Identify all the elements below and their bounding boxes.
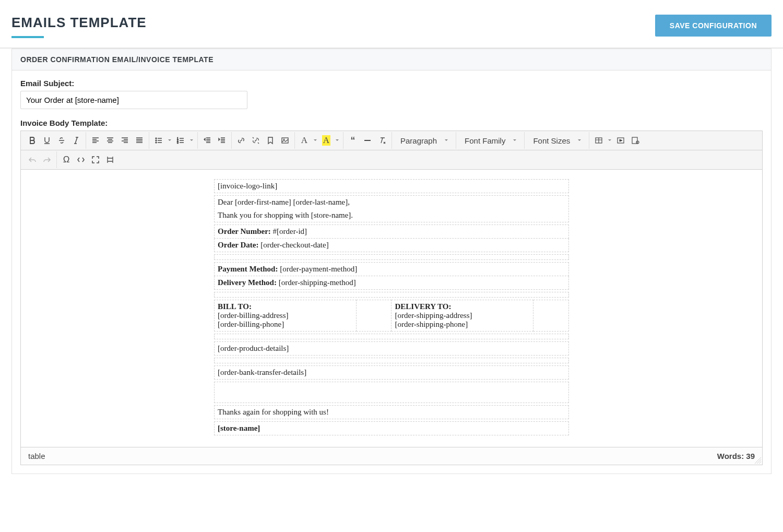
delivery-to-cell[interactable]: DELIVERY TO: [order-shipping-address] [o… bbox=[392, 300, 533, 332]
fullscreen-button[interactable] bbox=[88, 152, 103, 167]
svg-point-1 bbox=[156, 140, 157, 141]
bill-to-cell[interactable]: BILL TO: [order-billing-address] [order-… bbox=[215, 300, 357, 332]
underline-button[interactable] bbox=[40, 133, 54, 148]
svg-point-2 bbox=[156, 142, 157, 143]
editor-content[interactable]: [invoice-logo-link] Dear [order-first-na… bbox=[21, 170, 762, 447]
image-button[interactable] bbox=[278, 133, 292, 148]
word-count: Words: 39 bbox=[717, 452, 755, 460]
email-subject-label: Email Subject: bbox=[20, 79, 763, 88]
chevron-down-icon bbox=[513, 138, 517, 143]
svg-point-0 bbox=[156, 138, 157, 139]
text-color-button[interactable]: A bbox=[297, 133, 312, 148]
resize-grip-icon[interactable] bbox=[755, 457, 761, 464]
highlight-color-dropdown[interactable] bbox=[334, 138, 341, 143]
align-left-button[interactable] bbox=[88, 133, 103, 148]
chevron-down-icon bbox=[577, 138, 582, 143]
thanks-again-cell[interactable]: Thanks again for shopping with us! bbox=[215, 406, 569, 419]
template-table: [invoice-logo-link] bbox=[214, 179, 569, 193]
align-justify-button[interactable] bbox=[132, 133, 147, 148]
special-character-button[interactable]: Ω bbox=[59, 152, 74, 167]
undo-button[interactable] bbox=[25, 152, 40, 167]
bold-button[interactable] bbox=[25, 133, 40, 148]
blockquote-button[interactable]: “ bbox=[346, 133, 360, 148]
paragraph-select-label: Paragraph bbox=[400, 136, 437, 145]
source-code-button[interactable] bbox=[74, 152, 88, 167]
greeting-text: Dear [order-first-name] [order-last-name… bbox=[218, 198, 565, 207]
svg-point-7 bbox=[283, 139, 284, 140]
svg-text:3: 3 bbox=[177, 141, 179, 144]
panel-header: ORDER CONFIRMATION EMAIL/INVOICE TEMPLAT… bbox=[12, 49, 771, 70]
font-sizes-select[interactable]: Font Sizes bbox=[527, 133, 587, 148]
highlight-color-button[interactable]: A bbox=[319, 133, 334, 148]
font-family-select[interactable]: Font Family bbox=[458, 133, 522, 148]
indent-button[interactable] bbox=[215, 133, 229, 148]
bullet-list-dropdown[interactable] bbox=[166, 138, 173, 143]
font-sizes-label: Font Sizes bbox=[533, 136, 570, 145]
order-date-cell[interactable]: Order Date: [order-checkout-date] bbox=[215, 239, 569, 252]
invoice-body-label: Invoice Body Template: bbox=[20, 119, 763, 127]
strikethrough-button[interactable] bbox=[54, 133, 69, 148]
horizontal-rule-button[interactable] bbox=[360, 133, 375, 148]
product-details-cell[interactable]: [order-product-details] bbox=[215, 342, 569, 356]
logo-cell[interactable]: [invoice-logo-link] bbox=[215, 180, 569, 193]
save-configuration-button[interactable]: SAVE CONFIGURATION bbox=[655, 15, 772, 37]
show-blocks-button[interactable] bbox=[103, 152, 117, 167]
redo-button[interactable] bbox=[40, 152, 54, 167]
editor-status-bar: table Words: 39 bbox=[21, 447, 762, 465]
element-path[interactable]: table bbox=[28, 452, 45, 460]
text-color-dropdown[interactable] bbox=[312, 138, 319, 143]
order-number-cell[interactable]: Order Number: #[order-id] bbox=[215, 225, 569, 239]
align-right-button[interactable] bbox=[117, 133, 132, 148]
editor-toolbar: 123 A A bbox=[21, 131, 762, 150]
bullet-list-button[interactable] bbox=[151, 133, 166, 148]
link-button[interactable] bbox=[234, 133, 248, 148]
rich-text-editor: 123 A A bbox=[20, 131, 763, 465]
table-dropdown[interactable] bbox=[606, 138, 613, 143]
email-subject-input[interactable] bbox=[20, 91, 247, 109]
greeting-cell[interactable]: Dear [order-first-name] [order-last-name… bbox=[215, 196, 569, 222]
payment-method-cell[interactable]: Payment Method: [order-payment-method] bbox=[215, 263, 569, 276]
store-name-cell[interactable]: [store-name] bbox=[215, 422, 569, 435]
unlink-button[interactable] bbox=[248, 133, 263, 148]
delivery-method-cell[interactable]: Delivery Method: [order-shipping-method] bbox=[215, 276, 569, 290]
table-button[interactable] bbox=[591, 133, 606, 148]
media-button[interactable] bbox=[613, 133, 628, 148]
thanks-text: Thank you for shopping with [store-name]… bbox=[218, 211, 565, 220]
bank-transfer-cell[interactable]: [order-bank-transfer-details] bbox=[215, 366, 569, 380]
italic-button[interactable] bbox=[69, 133, 84, 148]
font-family-label: Font Family bbox=[465, 136, 505, 145]
numbered-list-dropdown[interactable] bbox=[188, 138, 195, 143]
align-center-button[interactable] bbox=[103, 133, 117, 148]
outdent-button[interactable] bbox=[200, 133, 215, 148]
title-underline bbox=[11, 36, 44, 38]
clear-formatting-button[interactable] bbox=[375, 133, 389, 148]
page-title: EMAILS TEMPLATE bbox=[11, 15, 147, 31]
anchor-button[interactable] bbox=[263, 133, 278, 148]
numbered-list-button[interactable]: 123 bbox=[173, 133, 188, 148]
paragraph-select[interactable]: Paragraph bbox=[394, 133, 454, 148]
chevron-down-icon bbox=[444, 138, 448, 143]
template-button[interactable] bbox=[628, 133, 643, 148]
